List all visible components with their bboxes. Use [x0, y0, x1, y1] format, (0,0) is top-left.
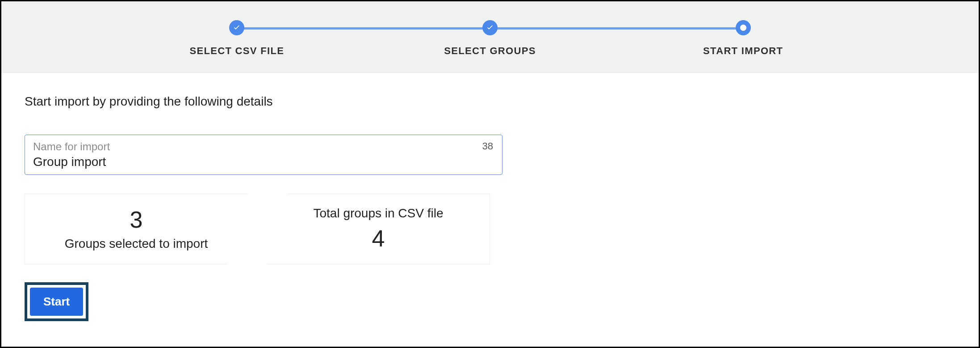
- groups-selected-value: 3: [130, 207, 143, 233]
- content-area: Start import by providing the following …: [1, 73, 979, 343]
- start-button-highlight: Start: [25, 282, 88, 321]
- instructions-text: Start import by providing the following …: [25, 94, 955, 109]
- step-select-groups[interactable]: SELECT GROUPS: [364, 20, 617, 57]
- start-button[interactable]: Start: [30, 288, 83, 316]
- step-start-import[interactable]: START IMPORT: [616, 20, 870, 57]
- total-groups-card: Total groups in CSV file 4: [267, 194, 490, 264]
- total-groups-label: Total groups in CSV file: [313, 206, 443, 221]
- stats-row: 3 Groups selected to import Total groups…: [25, 194, 955, 264]
- stepper-bar: SELECT CSV FILE SELECT GROUPS START IMPO…: [1, 1, 979, 73]
- groups-selected-card: 3 Groups selected to import: [25, 194, 248, 264]
- checkmark-icon: [482, 20, 498, 35]
- step-select-csv-file[interactable]: SELECT CSV FILE: [110, 20, 364, 57]
- current-step-icon: [736, 20, 751, 35]
- step-label: SELECT GROUPS: [444, 45, 536, 57]
- name-field-label: Name for import: [33, 140, 494, 153]
- checkmark-icon: [229, 20, 244, 35]
- name-for-import-field[interactable]: Name for import 38: [25, 135, 503, 175]
- stepper: SELECT CSV FILE SELECT GROUPS START IMPO…: [110, 20, 870, 57]
- char-remaining-count: 38: [482, 140, 493, 152]
- total-groups-value: 4: [372, 226, 385, 251]
- step-label: SELECT CSV FILE: [189, 45, 284, 57]
- name-for-import-input[interactable]: [33, 155, 448, 169]
- step-label: START IMPORT: [703, 45, 783, 57]
- groups-selected-label: Groups selected to import: [65, 237, 208, 251]
